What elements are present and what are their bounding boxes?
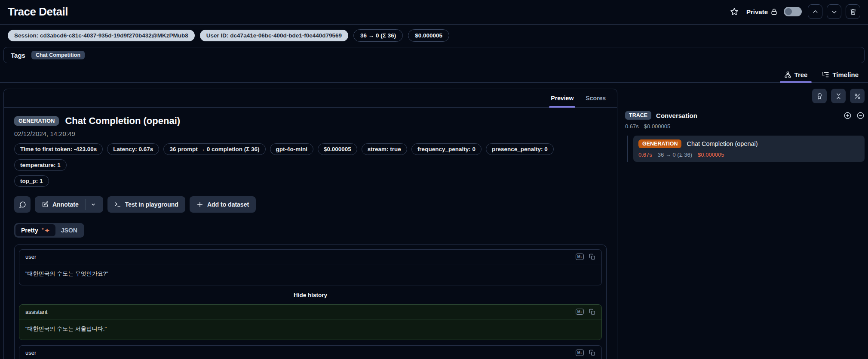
message-header: assistant M↓ (19, 305, 601, 319)
annotate-divider (85, 199, 86, 210)
action-buttons: Annotate Test in playground Add to datas… (14, 196, 607, 213)
trace-name: Conversation (656, 112, 697, 119)
node-tokens: 36 → 0 (Σ 36) (658, 152, 692, 158)
list-tree-icon (822, 71, 829, 78)
comment-icon (19, 201, 26, 208)
markdown-toggle-icon[interactable]: M↓ (576, 350, 584, 356)
format-pretty-segment[interactable]: Pretty ✦✦ (15, 224, 55, 236)
fold-vertical-icon (835, 93, 842, 100)
collapse-all-button[interactable] (856, 111, 865, 120)
preview-tab-underline (549, 106, 575, 108)
stream-param-badge: stream: true (362, 143, 407, 155)
public-sharing-toggle[interactable] (784, 7, 802, 16)
tab-preview-label: Preview (551, 95, 574, 102)
format-json-label: JSON (61, 227, 77, 234)
observation-body: GENERATION Chat Completion (openai) 02/1… (4, 108, 617, 359)
node-latency: 0.67s (638, 152, 652, 158)
top-p-badge: top_p: 1 (14, 175, 49, 187)
tree-branch-line (627, 136, 633, 162)
annotate-dropdown-chevron-icon[interactable] (90, 201, 96, 207)
observation-type-badge: GENERATION (14, 116, 59, 126)
tags-bar: Tags Chat Competition (3, 47, 865, 63)
observation-cost-badge: $0.000005 (318, 143, 357, 155)
tree-node-generation[interactable]: GENERATION Chat Completion (openai) 0.67… (633, 136, 865, 162)
latency-badge: Latency: 0.67s (107, 143, 159, 155)
trace-cost: $0.000005 (644, 123, 670, 130)
award-icon (816, 93, 823, 100)
message-user-2: user M↓ "감사합니다 " (19, 345, 602, 359)
presence-penalty-badge: presence_penalty: 0 (486, 143, 554, 155)
scores-award-button[interactable] (812, 89, 827, 103)
message-assistant: assistant M↓ "대한민국의 수도는 서울입니다." (19, 304, 602, 340)
copy-button[interactable] (589, 309, 595, 315)
trace-root-row[interactable]: TRACE Conversation (625, 111, 865, 120)
tab-scores-label: Scores (586, 95, 606, 102)
previous-trace-button[interactable] (808, 4, 822, 19)
markdown-toggle-icon[interactable]: M↓ (576, 309, 584, 315)
token-usage-badge: 36 → 0 (Σ 36) (353, 29, 403, 42)
trace-type-badge: TRACE (625, 111, 651, 120)
message-user-1: user M↓ "대한민국의 수도는 무엇인가요?" (19, 249, 602, 285)
token-breakdown-badge: 36 prompt → 0 completion (Σ 36) (163, 143, 265, 155)
message-header-icons: M↓ (576, 254, 595, 260)
model-badge[interactable]: gpt-4o-mini (270, 143, 314, 155)
minus-circle-icon (856, 111, 865, 120)
expand-all-button[interactable] (843, 111, 852, 120)
markdown-toggle-icon[interactable]: M↓ (576, 254, 584, 260)
message-header: user M↓ (19, 346, 601, 359)
percent-icon (854, 93, 861, 100)
format-toggle: Pretty ✦✦ JSON (14, 223, 84, 238)
trash-icon (850, 8, 857, 15)
chevron-down-icon (831, 8, 838, 15)
message-content: "대한민국의 수도는 서울입니다." (19, 319, 601, 340)
observation-tree: GENERATION Chat Completion (openai) 0.67… (625, 136, 865, 162)
format-pretty-label: Pretty (21, 227, 38, 234)
generation-type-badge: GENERATION (638, 139, 681, 148)
view-tabs: Tree Timeline (0, 65, 868, 83)
copy-button[interactable] (589, 350, 595, 356)
time-to-first-token-badge: Time to first token: -423.00s (14, 143, 103, 155)
tab-tree[interactable]: Tree (782, 69, 810, 82)
hide-history-button[interactable]: Hide history (294, 292, 327, 298)
pen-square-icon (42, 201, 49, 208)
frequency-penalty-badge: frequency_penalty: 0 (411, 143, 482, 155)
main-content: Preview Scores GENERATION Chat Completio… (0, 83, 868, 359)
add-to-dataset-button[interactable]: Add to dataset (190, 196, 256, 213)
observation-title: Chat Completion (openai) (65, 115, 180, 127)
session-badge[interactable]: Session: cd3abcd6-c81c-4037-935d-19d9f27… (8, 30, 195, 41)
annotate-button[interactable]: Annotate (35, 196, 103, 213)
comments-button[interactable] (14, 196, 31, 213)
message-header-icons: M↓ (576, 309, 595, 315)
trace-nav-buttons (808, 4, 860, 19)
panel-tabs: Preview Scores (4, 89, 617, 108)
temperature-badge: temperature: 1 (14, 159, 67, 171)
collapse-tree-button[interactable] (831, 89, 846, 103)
top-bar-actions: Private (728, 4, 860, 19)
sparkles-icon: ✦✦ (41, 227, 50, 234)
node-cost: $0.000005 (698, 152, 724, 158)
format-json-segment[interactable]: JSON (55, 224, 83, 236)
terminal-icon (114, 201, 121, 208)
message-header: user M↓ (19, 250, 601, 264)
message-header-icons: M↓ (576, 350, 595, 356)
observation-header: GENERATION Chat Completion (openai) (14, 115, 607, 127)
metrics-percent-button[interactable] (850, 89, 865, 103)
annotate-label: Annotate (52, 201, 79, 208)
tab-timeline[interactable]: Timeline (820, 69, 860, 82)
copy-button[interactable] (589, 254, 595, 260)
tab-preview[interactable]: Preview (551, 89, 574, 107)
trace-latency: 0.67s (625, 123, 639, 130)
tag-chip[interactable]: Chat Competition (31, 51, 85, 59)
message-role: user (25, 350, 36, 356)
test-in-playground-button[interactable]: Test in playground (107, 196, 185, 213)
page-title: Trace Detail (8, 5, 68, 19)
plus-icon (196, 201, 203, 208)
bookmark-star-button[interactable] (728, 6, 740, 18)
copy-icon (589, 309, 595, 315)
tree-node-metrics: 0.67s 36 → 0 (Σ 36) $0.000005 (638, 152, 859, 158)
trace-meta-row: Session: cd3abcd6-c81c-4037-935d-19d9f27… (3, 25, 868, 46)
delete-trace-button[interactable] (846, 4, 860, 19)
user-id-badge[interactable]: User ID: dc47a41e-06bc-400d-bde1-f0e440d… (200, 30, 348, 41)
tab-scores[interactable]: Scores (586, 89, 606, 107)
next-trace-button[interactable] (827, 4, 841, 19)
